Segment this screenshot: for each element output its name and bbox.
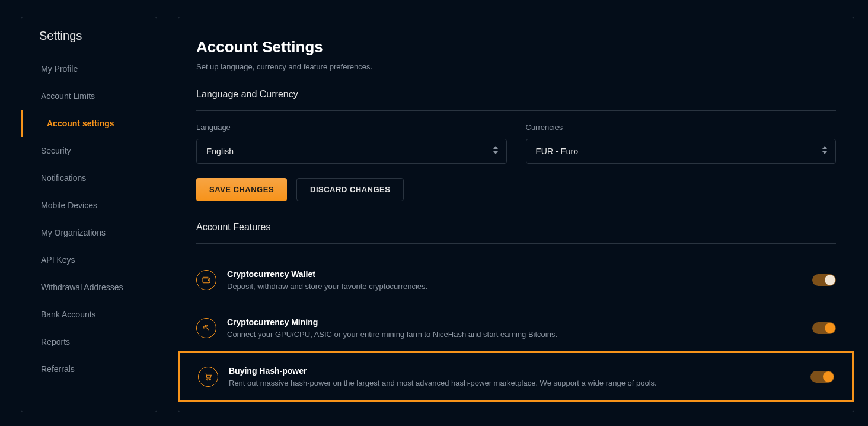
feature-title: Cryptocurrency Wallet <box>227 269 802 279</box>
divider <box>196 110 836 111</box>
sidebar-item-account-limits[interactable]: Account Limits <box>21 82 157 110</box>
discard-button[interactable]: DISCARD CHANGES <box>296 178 404 201</box>
feature-desc: Rent out massive hash-power on the large… <box>229 379 800 387</box>
sidebar-nav: My ProfileAccount LimitsAccount settings… <box>21 55 157 383</box>
feature-row-buying-hash-power: Buying Hash-powerRent out massive hash-p… <box>178 351 854 402</box>
feature-desc: Connect your GPU/CPU, ASIC or your entir… <box>227 330 802 339</box>
sidebar-item-referrals[interactable]: Referrals <box>21 355 157 383</box>
form-row: Language English Currencies EUR - Euro <box>196 123 836 164</box>
feature-row-cryptocurrency-mining: Cryptocurrency MiningConnect your GPU/CP… <box>178 304 854 352</box>
sidebar-item-mobile-devices[interactable]: Mobile Devices <box>21 192 157 219</box>
sidebar-title: Settings <box>39 29 139 43</box>
toggle-knob <box>823 371 834 382</box>
main-panel: Account Settings Set up language, curren… <box>178 17 854 412</box>
toggle-knob <box>825 275 835 285</box>
language-label: Language <box>196 123 507 132</box>
currency-label: Currencies <box>526 123 837 132</box>
cart-icon <box>198 367 218 387</box>
sidebar-item-api-keys[interactable]: API Keys <box>21 246 157 274</box>
language-section-title: Language and Currency <box>196 89 836 100</box>
sidebar-item-account-settings[interactable]: Account settings <box>21 110 157 137</box>
currency-select[interactable]: EUR - Euro <box>526 139 837 164</box>
toggle-knob <box>825 323 835 333</box>
sidebar-item-my-organizations[interactable]: My Organizations <box>21 219 157 246</box>
sidebar-item-security[interactable]: Security <box>21 137 157 164</box>
page-subtitle: Set up language, currency and feature pr… <box>196 62 836 71</box>
feature-toggle[interactable] <box>812 274 836 286</box>
save-button[interactable]: SAVE CHANGES <box>196 178 287 201</box>
language-select-wrapper: English <box>196 139 507 164</box>
sidebar-item-withdrawal-addresses[interactable]: Withdrawal Addresses <box>21 274 157 301</box>
features-list: Cryptocurrency WalletDeposit, withdraw a… <box>178 256 854 402</box>
wallet-icon <box>196 270 216 290</box>
divider <box>196 243 836 244</box>
language-group: Language English <box>196 123 507 164</box>
features-section-title: Account Features <box>196 222 836 233</box>
feature-desc: Deposit, withdraw and store your favorit… <box>227 282 802 291</box>
svg-point-3 <box>209 379 210 380</box>
sidebar-header: Settings <box>21 17 157 55</box>
sidebar-item-my-profile[interactable]: My Profile <box>21 55 157 82</box>
language-select[interactable]: English <box>196 139 507 164</box>
button-row: SAVE CHANGES DISCARD CHANGES <box>196 178 836 201</box>
sidebar-item-bank-accounts[interactable]: Bank Accounts <box>21 301 157 328</box>
sidebar-item-reports[interactable]: Reports <box>21 328 157 355</box>
page-title: Account Settings <box>196 38 836 56</box>
currency-select-wrapper: EUR - Euro <box>526 139 837 164</box>
sidebar-item-notifications[interactable]: Notifications <box>21 164 157 192</box>
feature-content: Buying Hash-powerRent out massive hash-p… <box>229 366 800 387</box>
svg-point-1 <box>208 280 209 281</box>
feature-title: Cryptocurrency Mining <box>227 317 802 327</box>
feature-row-cryptocurrency-wallet: Cryptocurrency WalletDeposit, withdraw a… <box>178 256 854 304</box>
settings-sidebar: Settings My ProfileAccount LimitsAccount… <box>21 17 157 412</box>
feature-toggle[interactable] <box>810 371 834 383</box>
feature-content: Cryptocurrency MiningConnect your GPU/CP… <box>227 317 802 339</box>
svg-point-2 <box>207 379 208 380</box>
currency-group: Currencies EUR - Euro <box>526 123 837 164</box>
feature-toggle[interactable] <box>812 322 836 334</box>
feature-content: Cryptocurrency WalletDeposit, withdraw a… <box>227 269 802 291</box>
feature-title: Buying Hash-power <box>229 366 800 376</box>
pickaxe-icon <box>196 318 216 338</box>
